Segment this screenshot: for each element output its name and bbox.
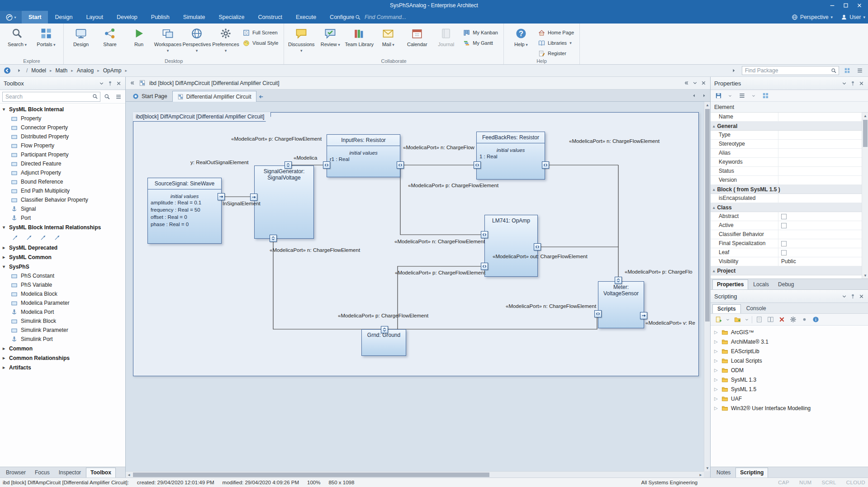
property-value[interactable] xyxy=(778,212,868,221)
script-group-eascriptlib[interactable]: ▷EAScriptLib xyxy=(711,346,868,356)
home-page-button[interactable]: Home Page xyxy=(538,28,574,37)
scroll-tabs-left-icon[interactable] xyxy=(689,91,698,100)
close-button[interactable] xyxy=(853,0,866,11)
diagram-canvas[interactable]: ibd[block] DiffAmpCircuit [Differential … xyxy=(126,102,704,471)
property-value[interactable] xyxy=(778,239,868,248)
script-group-archimate-3-1[interactable]: ▷ArchiMate® 3.1 xyxy=(711,337,868,346)
relationship-tool-icon[interactable] xyxy=(40,234,47,241)
bottom-tab-inspector[interactable]: Inspector xyxy=(55,468,85,478)
portals-button[interactable]: Portals ▾ xyxy=(32,25,61,57)
navigate-back-icon[interactable] xyxy=(256,92,266,101)
close-icon[interactable] xyxy=(859,80,864,86)
document-tab-differential-amplifier-circuit[interactable]: Differential Amplifier Circuit xyxy=(172,91,256,102)
property-value[interactable] xyxy=(778,113,868,121)
diagram-block-input-res[interactable]: InputRes: Resistorinitial valuesr1 : Rea… xyxy=(327,134,400,177)
register-button[interactable]: Register xyxy=(538,49,574,57)
checkbox[interactable] xyxy=(781,250,787,255)
diagram-port[interactable] xyxy=(474,161,481,169)
expand-caret-icon[interactable]: ▷ xyxy=(714,330,719,335)
diagram-port[interactable] xyxy=(397,161,404,169)
toolbox-item-modelica-parameter[interactable]: Modelica Parameter xyxy=(0,298,125,307)
breadcrumb-item-analog[interactable]: Analog xyxy=(76,67,95,74)
toolbox-item-classifier-behavior-property[interactable]: Classifier Behavior Property xyxy=(0,195,125,204)
breadcrumb-item-model[interactable]: Model xyxy=(30,67,47,74)
perspective-menu[interactable]: Perspective▾ xyxy=(792,14,833,20)
expand-caret-icon[interactable]: ▷ xyxy=(714,377,719,382)
team-library-button[interactable]: Team Library xyxy=(345,25,374,57)
back-button[interactable] xyxy=(3,66,12,75)
diagram-port[interactable] xyxy=(285,161,292,169)
diagram-port[interactable] xyxy=(218,193,225,200)
calendar-button[interactable]: Calendar xyxy=(403,25,432,57)
toolbox-item-signal[interactable]: Signal xyxy=(0,204,125,213)
doc-icon[interactable] xyxy=(754,315,764,324)
find-package-search[interactable] xyxy=(742,66,839,75)
script-group-sysml-1-5[interactable]: ▷SysML 1.5 xyxy=(711,384,868,394)
property-value[interactable] xyxy=(778,131,868,139)
perspectives-button[interactable]: Perspectives ▾ xyxy=(182,25,211,57)
scroll-up-icon[interactable]: ▲ xyxy=(862,113,868,119)
chevron-down-icon[interactable] xyxy=(749,91,758,100)
chevron-down-icon[interactable] xyxy=(725,315,730,324)
diagram-port[interactable] xyxy=(594,310,602,317)
bottom-tab-toolbox[interactable]: Toolbox xyxy=(86,468,116,478)
property-row-visibility[interactable]: VisibilityPublic xyxy=(711,257,868,266)
ribbon-tab-design[interactable]: Design xyxy=(48,11,79,24)
script-group-sysml-1-3[interactable]: ▷SysML 1.3 xyxy=(711,375,868,384)
checkbox[interactable] xyxy=(781,223,787,228)
libraries-button[interactable]: Libraries▾ xyxy=(538,39,574,47)
properties-tab-locals[interactable]: Locals xyxy=(749,280,773,289)
minimize-button[interactable] xyxy=(825,0,839,11)
expand-caret-icon[interactable]: ▷ xyxy=(714,368,719,373)
bottom-tab-browser[interactable]: Browser xyxy=(2,468,30,478)
scroll-left-icon[interactable]: ◄ xyxy=(126,472,132,478)
property-value[interactable]: Public xyxy=(778,257,868,266)
property-group-project[interactable]: ▴Project xyxy=(711,266,868,275)
vertical-scroll-thumb[interactable] xyxy=(705,109,710,322)
properties-tab-debug[interactable]: Debug xyxy=(774,280,798,289)
properties-tab-properties[interactable]: Properties xyxy=(712,279,748,289)
property-row-isencapsulated[interactable]: isEncapsulated xyxy=(711,194,868,203)
mail-button[interactable]: Mail ▾ xyxy=(374,25,403,57)
ribbon-tab-specialize[interactable]: Specialize xyxy=(212,11,251,24)
property-row-stereotype[interactable]: Stereotype xyxy=(711,140,868,149)
breadcrumb-item-math[interactable]: Math xyxy=(55,67,69,74)
pin-icon[interactable] xyxy=(850,80,856,86)
property-row-name[interactable]: Name xyxy=(711,113,868,122)
chevron-down-icon[interactable] xyxy=(841,293,847,299)
hamburger-menu-icon[interactable] xyxy=(114,92,123,101)
pin-icon[interactable] xyxy=(850,293,856,299)
diagram-port[interactable] xyxy=(534,243,541,251)
run-button[interactable]: Run xyxy=(124,25,153,57)
toolbox-section-sysml-deprecated[interactable]: ▸SysML Deprecated xyxy=(0,243,125,252)
toolbox-item-flow-property[interactable]: Flow Property xyxy=(0,141,125,150)
toolbox-item-distributed-property[interactable]: Distributed Property xyxy=(0,132,125,141)
relationship-tool-icon[interactable] xyxy=(12,234,19,241)
toolbox-section-sysphs[interactable]: ▾SysPhS xyxy=(0,262,125,271)
diagram-block-generator[interactable]: SignalGenerator: SignalVoltage xyxy=(254,165,314,239)
ribbon-tab-execute[interactable]: Execute xyxy=(289,11,323,24)
toolbox-item-simulink-block[interactable]: Simulink Block xyxy=(0,317,125,326)
toolbox-item-simulink-parameter[interactable]: Simulink Parameter xyxy=(0,326,125,335)
property-group-block-from-sysml-1-5[interactable]: ▴Block ( from SysML 1.5 ) xyxy=(711,185,868,194)
script-group-arcgis[interactable]: ▷ArcGIS™ xyxy=(711,327,868,337)
bottom-tab-focus[interactable]: Focus xyxy=(31,468,54,478)
diagram-block-source[interactable]: SourceSignal: SineWaveinitial valuesampl… xyxy=(147,178,222,244)
expand-caret-icon[interactable]: ▷ xyxy=(714,349,719,354)
property-group-class[interactable]: ▴Class xyxy=(711,203,868,212)
diagram-block-opamp[interactable]: LM741: OpAmp xyxy=(484,215,538,277)
relationship-tool-icon[interactable] xyxy=(26,234,33,241)
toolbox-item-directed-feature[interactable]: Directed Feature xyxy=(0,159,125,168)
close-icon[interactable] xyxy=(116,80,122,86)
toolbox-item-end-path-multiplicity[interactable]: End Path Multiplicity xyxy=(0,186,125,195)
toolbox-section-sysml-common[interactable]: ▸SysML Common xyxy=(0,252,125,262)
checkbox[interactable] xyxy=(781,241,787,246)
diagram-port[interactable] xyxy=(615,277,622,284)
toolbox-item-phs-constant[interactable]: PhS Constant xyxy=(0,271,125,280)
info-icon[interactable]: i xyxy=(811,315,820,324)
grid-small-icon[interactable] xyxy=(761,91,770,100)
ribbon-tab-start[interactable]: Start xyxy=(22,11,48,24)
share-button[interactable]: Share xyxy=(95,25,124,57)
toolbox-section-common-relationships[interactable]: ▸Common Relationships xyxy=(0,353,125,363)
grid-view-button[interactable] xyxy=(843,66,852,75)
